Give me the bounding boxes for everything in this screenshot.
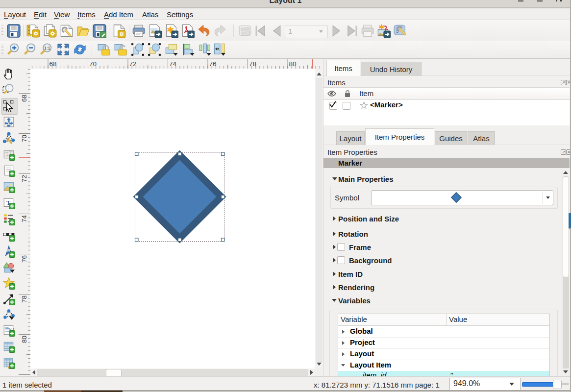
svg-text:68: 68 (21, 95, 28, 102)
svg-text:76: 76 (21, 255, 28, 263)
svg-text:1:1: 1:1 (44, 46, 50, 50)
svg-text:70: 70 (21, 135, 28, 142)
svg-text:72: 72 (21, 175, 28, 182)
svg-text:68: 68 (50, 60, 57, 68)
svg-text:74: 74 (169, 60, 177, 68)
svg-text:70: 70 (89, 60, 97, 68)
svg-text:78: 78 (249, 60, 256, 68)
svg-text:74: 74 (21, 215, 28, 222)
svg-text:80: 80 (289, 60, 297, 68)
svg-text:78: 78 (21, 295, 28, 303)
svg-text:72: 72 (129, 60, 137, 68)
svg-text:80: 80 (21, 336, 28, 343)
svg-text:76: 76 (209, 60, 217, 68)
